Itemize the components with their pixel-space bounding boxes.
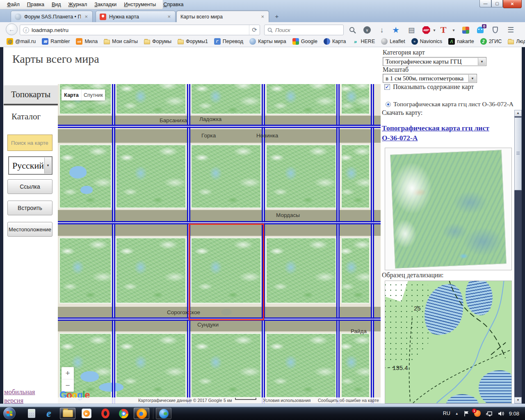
menu-tools[interactable]: Инструменты: [120, 1, 160, 8]
bookmark-lyuda[interactable]: Люда: [508, 39, 525, 44]
show-hidden-icons[interactable]: ▲: [455, 412, 459, 415]
map-tile[interactable]: [341, 84, 370, 114]
map-tile[interactable]: [341, 237, 370, 304]
map-tile[interactable]: [59, 144, 112, 208]
panel-scrollbar[interactable]: ▲ ▼: [514, 110, 522, 404]
close-button[interactable]: ✕: [503, 0, 522, 8]
maximize-button[interactable]: ▢: [491, 0, 503, 7]
scroll-down-icon[interactable]: ▼: [514, 397, 522, 404]
url-input[interactable]: [32, 25, 253, 34]
back-button[interactable]: ←: [6, 23, 18, 35]
map-tile[interactable]: [191, 144, 261, 208]
show-contents-checkbox[interactable]: ✓: [384, 84, 390, 90]
adblock-caret-icon[interactable]: ▾: [431, 25, 437, 35]
extension-icon[interactable]: [460, 25, 471, 35]
map-tile[interactable]: [116, 144, 186, 208]
network-icon[interactable]: [486, 411, 493, 417]
language-indicator[interactable]: RU: [443, 411, 450, 416]
tampermonkey-t-icon[interactable]: T: [438, 25, 449, 35]
bookmark-leaflet[interactable]: Leaflet: [381, 38, 405, 45]
pocket-icon[interactable]: ∨: [362, 25, 372, 35]
map-tile[interactable]: [266, 84, 336, 114]
map-canvas[interactable]: Барсаниха Ладожка Горка Новинка Мордасы …: [58, 84, 381, 404]
chevron-down-icon[interactable]: ▼: [478, 58, 486, 65]
menu-bookmarks[interactable]: Закладки: [91, 1, 120, 8]
taskbar-explorer-icon[interactable]: [60, 408, 75, 419]
scrollbar-thumb[interactable]: [514, 117, 522, 190]
ghostery-icon[interactable]: 0: [475, 25, 486, 35]
bookmark-world-maps[interactable]: Карты мира: [249, 38, 286, 45]
zoom-in-button[interactable]: +: [62, 367, 74, 379]
clock[interactable]: 9:08: [509, 411, 519, 417]
bookmark-2gis[interactable]: 22ГИС: [480, 38, 502, 45]
chevron-down-icon[interactable]: ▼: [44, 158, 51, 173]
bookmark-star-icon[interactable]: ★: [390, 25, 401, 35]
map-tile[interactable]: [266, 144, 336, 208]
map-tile[interactable]: [59, 237, 112, 304]
category-select[interactable]: Топографические карты ГГЦ ▼: [383, 57, 486, 66]
satellite-type-button[interactable]: Спутник: [81, 89, 105, 100]
map-tile[interactable]: [266, 333, 336, 398]
menu-edit[interactable]: Правка: [23, 1, 48, 8]
action-center-flag-icon[interactable]: [463, 411, 469, 417]
download-map-link[interactable]: Топографическая карта ггц лист O-36-072-…: [382, 123, 489, 143]
sheet-radio-selected[interactable]: [386, 102, 391, 107]
scroll-up-icon[interactable]: ▲: [514, 110, 522, 116]
taskbar-calculator-icon[interactable]: [24, 408, 39, 419]
bookmark-forums[interactable]: Форумы: [144, 39, 171, 44]
toolbar-search-icon[interactable]: [347, 25, 358, 35]
search-input[interactable]: [275, 25, 341, 34]
bookmark-karta[interactable]: Карта: [324, 38, 346, 45]
bookmark-nakarte[interactable]: Λnakarte: [448, 38, 474, 45]
bookmarks-sidebar-icon[interactable]: ▤: [406, 25, 417, 35]
avast-icon[interactable]: 1: [474, 410, 481, 417]
start-button[interactable]: [3, 407, 16, 420]
bookmark-rambler[interactable]: ✉Rambler: [42, 38, 70, 45]
menu-view[interactable]: Вид: [48, 1, 65, 8]
downloads-icon[interactable]: ↓: [377, 25, 387, 35]
bookmark-mila[interactable]: okМила: [76, 38, 98, 45]
menu-history[interactable]: Журнал: [65, 1, 91, 8]
tab-forum-sas[interactable]: Форум SAS.Планета • Прос ×: [11, 11, 93, 22]
taskbar-chrome-icon[interactable]: [116, 408, 131, 419]
bookmark-navionics[interactable]: ≈Navionics: [411, 38, 442, 45]
sidebar-item-catalog[interactable]: Каталог: [11, 112, 41, 122]
terms-link[interactable]: Условия использования: [263, 398, 311, 403]
language-select[interactable]: Русский ▼: [8, 156, 52, 175]
bookmark-translate[interactable]: ГПеревод: [214, 38, 243, 45]
tab-close-icon[interactable]: ×: [167, 14, 171, 20]
map-tile[interactable]: [116, 84, 186, 114]
adblock-plus-icon[interactable]: ABP: [420, 25, 432, 35]
hamburger-menu-icon[interactable]: ☰: [504, 25, 517, 35]
sidebar-tab-topomaps[interactable]: Топокарты: [4, 85, 58, 105]
minimize-button[interactable]: —: [479, 0, 491, 7]
taskbar-media-player-icon[interactable]: ▶: [79, 408, 94, 419]
mobile-version-link[interactable]: мобильная версия: [4, 388, 35, 405]
bookmark-mailru[interactable]: @@mail.ru: [7, 38, 36, 45]
shield-icon[interactable]: [490, 25, 500, 35]
map-tile[interactable]: [266, 237, 336, 304]
map-tile[interactable]: [116, 237, 186, 304]
tab-need-map[interactable]: Нужна карта ×: [96, 11, 176, 22]
tab-close-icon[interactable]: ×: [84, 14, 89, 20]
bookmark-here[interactable]: »HERE: [352, 38, 375, 45]
bookmark-my-sites[interactable]: Мои сайты: [104, 39, 138, 44]
taskbar-firefox-icon[interactable]: [134, 408, 149, 419]
volume-icon[interactable]: [498, 411, 504, 417]
scale-select[interactable]: в 1 см 500м, пятисотметровка ▼: [383, 74, 477, 83]
taskbar-opera-icon[interactable]: [98, 408, 113, 419]
map-tile[interactable]: [341, 333, 370, 398]
tab-world-maps-active[interactable]: Карты всего мира ×: [176, 11, 269, 22]
map-sheet-preview[interactable]: [385, 148, 512, 270]
map-search-input[interactable]: [7, 135, 52, 151]
site-info-icon[interactable]: i: [23, 27, 29, 33]
report-error-link[interactable]: Сообщить об ошибке на карте: [318, 398, 379, 403]
map-tile[interactable]: [116, 333, 186, 398]
embed-button[interactable]: Встроить: [7, 201, 52, 215]
map-type-button[interactable]: Карта: [62, 89, 81, 100]
menu-file[interactable]: Файл: [3, 1, 23, 8]
new-tab-button[interactable]: +: [271, 12, 283, 21]
map-tile[interactable]: [191, 333, 261, 398]
map-tile[interactable]: [191, 84, 261, 114]
bookmark-google[interactable]: Google: [292, 38, 317, 45]
